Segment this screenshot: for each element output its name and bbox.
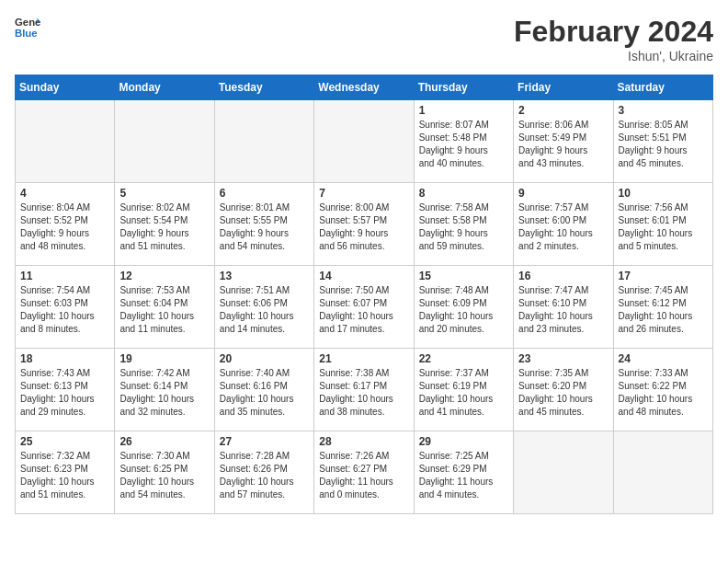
day-cell: 24Sunrise: 7:33 AMSunset: 6:22 PMDayligh…: [613, 349, 712, 431]
day-cell: 29Sunrise: 7:25 AMSunset: 6:29 PMDayligh…: [414, 431, 513, 514]
day-cell: [314, 100, 414, 183]
day-cell: 20Sunrise: 7:40 AMSunset: 6:16 PMDayligh…: [214, 349, 313, 431]
week-row-2: 4Sunrise: 8:04 AMSunset: 5:52 PMDaylight…: [16, 183, 713, 266]
day-cell: 18Sunrise: 7:43 AMSunset: 6:13 PMDayligh…: [16, 349, 115, 431]
day-cell: 12Sunrise: 7:53 AMSunset: 6:04 PMDayligh…: [115, 266, 214, 349]
weekday-header-wednesday: Wednesday: [314, 75, 414, 100]
day-info: Sunrise: 7:42 AMSunset: 6:14 PMDaylight:…: [119, 367, 209, 419]
calendar-table: SundayMondayTuesdayWednesdayThursdayFrid…: [15, 75, 713, 514]
day-info: Sunrise: 8:04 AMSunset: 5:52 PMDaylight:…: [20, 201, 109, 253]
day-info: Sunrise: 8:00 AMSunset: 5:57 PMDaylight:…: [319, 201, 408, 253]
day-number: 18: [20, 352, 109, 365]
svg-text:Blue: Blue: [15, 28, 38, 39]
calendar-title: February 2024: [514, 15, 713, 49]
day-cell: [514, 431, 613, 514]
day-info: Sunrise: 7:48 AMSunset: 6:09 PMDaylight:…: [419, 284, 508, 336]
day-info: Sunrise: 7:25 AMSunset: 6:29 PMDaylight:…: [419, 450, 508, 501]
week-row-1: 1Sunrise: 8:07 AMSunset: 5:48 PMDaylight…: [16, 100, 713, 183]
day-number: 24: [619, 352, 708, 365]
day-number: 13: [220, 270, 309, 282]
day-info: Sunrise: 7:51 AMSunset: 6:06 PMDaylight:…: [220, 284, 309, 336]
day-cell: 6Sunrise: 8:01 AMSunset: 5:55 PMDaylight…: [214, 183, 313, 266]
page-header: General Blue February 2024 Ishun', Ukrai…: [15, 15, 713, 63]
day-cell: 1Sunrise: 8:07 AMSunset: 5:48 PMDaylight…: [414, 100, 513, 183]
day-cell: 25Sunrise: 7:32 AMSunset: 6:23 PMDayligh…: [16, 431, 115, 514]
day-number: 29: [419, 435, 508, 448]
day-number: 7: [319, 187, 408, 200]
weekday-header-row: SundayMondayTuesdayWednesdayThursdayFrid…: [16, 75, 713, 100]
day-number: 27: [220, 435, 309, 448]
day-number: 20: [220, 352, 309, 365]
day-number: 2: [518, 104, 608, 117]
day-number: 10: [619, 187, 708, 200]
day-info: Sunrise: 7:56 AMSunset: 6:01 PMDaylight:…: [619, 201, 708, 253]
day-info: Sunrise: 7:28 AMSunset: 6:26 PMDaylight:…: [220, 450, 309, 501]
day-info: Sunrise: 7:33 AMSunset: 6:22 PMDaylight:…: [619, 367, 708, 419]
day-number: 11: [20, 270, 109, 282]
day-cell: 3Sunrise: 8:05 AMSunset: 5:51 PMDaylight…: [613, 100, 712, 183]
day-number: 12: [119, 270, 209, 282]
day-info: Sunrise: 8:02 AMSunset: 5:54 PMDaylight:…: [119, 201, 209, 253]
day-number: 21: [319, 352, 408, 365]
week-row-5: 25Sunrise: 7:32 AMSunset: 6:23 PMDayligh…: [16, 431, 713, 514]
day-number: 22: [419, 352, 508, 365]
day-cell: [115, 100, 214, 183]
day-cell: 19Sunrise: 7:42 AMSunset: 6:14 PMDayligh…: [115, 349, 214, 431]
day-cell: 22Sunrise: 7:37 AMSunset: 6:19 PMDayligh…: [414, 349, 513, 431]
day-info: Sunrise: 7:32 AMSunset: 6:23 PMDaylight:…: [20, 450, 109, 501]
day-cell: 10Sunrise: 7:56 AMSunset: 6:01 PMDayligh…: [613, 183, 712, 266]
day-info: Sunrise: 7:50 AMSunset: 6:07 PMDaylight:…: [319, 284, 408, 336]
day-cell: 5Sunrise: 8:02 AMSunset: 5:54 PMDaylight…: [115, 183, 214, 266]
logo-icon: General Blue: [15, 15, 40, 40]
day-number: 19: [119, 352, 209, 365]
day-number: 16: [518, 270, 608, 282]
week-row-3: 11Sunrise: 7:54 AMSunset: 6:03 PMDayligh…: [16, 266, 713, 349]
day-number: 8: [419, 187, 508, 200]
day-cell: 9Sunrise: 7:57 AMSunset: 6:00 PMDaylight…: [514, 183, 613, 266]
day-info: Sunrise: 8:01 AMSunset: 5:55 PMDaylight:…: [220, 201, 309, 253]
day-info: Sunrise: 7:53 AMSunset: 6:04 PMDaylight:…: [119, 284, 209, 336]
day-number: 1: [419, 104, 508, 117]
logo: General Blue: [15, 15, 40, 40]
day-cell: 2Sunrise: 8:06 AMSunset: 5:49 PMDaylight…: [514, 100, 613, 183]
day-cell: 17Sunrise: 7:45 AMSunset: 6:12 PMDayligh…: [613, 266, 712, 349]
day-cell: 7Sunrise: 8:00 AMSunset: 5:57 PMDaylight…: [314, 183, 414, 266]
calendar-subtitle: Ishun', Ukraine: [514, 49, 713, 63]
day-info: Sunrise: 7:57 AMSunset: 6:00 PMDaylight:…: [518, 201, 608, 253]
weekday-header-saturday: Saturday: [613, 75, 712, 100]
day-number: 17: [619, 270, 708, 282]
day-info: Sunrise: 7:47 AMSunset: 6:10 PMDaylight:…: [518, 284, 608, 336]
day-cell: 21Sunrise: 7:38 AMSunset: 6:17 PMDayligh…: [314, 349, 414, 431]
day-info: Sunrise: 7:54 AMSunset: 6:03 PMDaylight:…: [20, 284, 109, 336]
day-cell: [214, 100, 313, 183]
day-info: Sunrise: 7:30 AMSunset: 6:25 PMDaylight:…: [119, 450, 209, 501]
day-number: 3: [619, 104, 708, 117]
day-info: Sunrise: 7:45 AMSunset: 6:12 PMDaylight:…: [619, 284, 708, 336]
day-info: Sunrise: 7:58 AMSunset: 5:58 PMDaylight:…: [419, 201, 508, 253]
day-cell: 14Sunrise: 7:50 AMSunset: 6:07 PMDayligh…: [314, 266, 414, 349]
day-number: 25: [20, 435, 109, 448]
day-number: 15: [419, 270, 508, 282]
day-number: 26: [119, 435, 209, 448]
day-info: Sunrise: 8:05 AMSunset: 5:51 PMDaylight:…: [619, 119, 708, 170]
day-number: 5: [119, 187, 209, 200]
day-info: Sunrise: 7:38 AMSunset: 6:17 PMDaylight:…: [319, 367, 408, 419]
day-cell: 11Sunrise: 7:54 AMSunset: 6:03 PMDayligh…: [16, 266, 115, 349]
weekday-header-monday: Monday: [115, 75, 214, 100]
weekday-header-sunday: Sunday: [16, 75, 115, 100]
title-block: February 2024 Ishun', Ukraine: [514, 15, 713, 63]
day-number: 28: [319, 435, 408, 448]
day-number: 23: [518, 352, 608, 365]
day-cell: 15Sunrise: 7:48 AMSunset: 6:09 PMDayligh…: [414, 266, 513, 349]
day-cell: 4Sunrise: 8:04 AMSunset: 5:52 PMDaylight…: [16, 183, 115, 266]
day-cell: 8Sunrise: 7:58 AMSunset: 5:58 PMDaylight…: [414, 183, 513, 266]
week-row-4: 18Sunrise: 7:43 AMSunset: 6:13 PMDayligh…: [16, 349, 713, 431]
day-number: 9: [518, 187, 608, 200]
day-cell: 16Sunrise: 7:47 AMSunset: 6:10 PMDayligh…: [514, 266, 613, 349]
svg-text:General: General: [15, 17, 40, 28]
day-info: Sunrise: 7:26 AMSunset: 6:27 PMDaylight:…: [319, 450, 408, 501]
day-cell: [16, 100, 115, 183]
day-cell: 13Sunrise: 7:51 AMSunset: 6:06 PMDayligh…: [214, 266, 313, 349]
day-info: Sunrise: 7:43 AMSunset: 6:13 PMDaylight:…: [20, 367, 109, 419]
day-number: 4: [20, 187, 109, 200]
